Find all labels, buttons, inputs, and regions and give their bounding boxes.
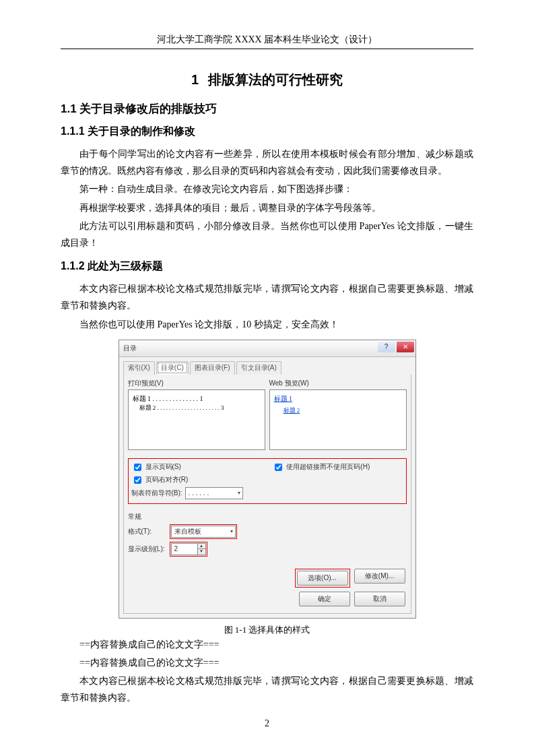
h1-text: 排版算法的可行性研究: [208, 72, 343, 87]
heading-2: 1.1 关于目录修改后的排版技巧: [61, 101, 473, 117]
tab-index[interactable]: 索引(X): [123, 361, 155, 375]
dialog-titlebar: 目录 ? ✕: [119, 340, 415, 357]
checkbox-input[interactable]: [134, 464, 141, 471]
checkbox-hyperlinks[interactable]: 使用超链接而不使用页码(H): [272, 462, 403, 473]
checkbox-label: 显示页码(S): [145, 462, 181, 472]
levels-value: 2: [174, 545, 178, 553]
checkbox-input[interactable]: [275, 464, 282, 471]
page-number: 2: [0, 718, 534, 729]
tab-toc[interactable]: 目录(C): [156, 361, 189, 375]
spinner-buttons[interactable]: ▲▼: [197, 544, 205, 555]
body-paragraph: 再根据学校要求，选择具体的项目；最后，调整目录的字体字号段落等。: [61, 199, 473, 216]
body-paragraph: 当然你也可以使用 PaperYes 论文排版，10 秒搞定，安全高效！: [61, 316, 473, 333]
toc-dialog: 目录 ? ✕ 索引(X) 目录(C) 图表目录(F) 引文目录(A) 打印预览(…: [119, 340, 416, 619]
dialog-figure: 目录 ? ✕ 索引(X) 目录(C) 图表目录(F) 引文目录(A) 打印预览(…: [61, 340, 473, 619]
web-preview-link[interactable]: 标题 2: [283, 406, 402, 415]
checkbox-input[interactable]: [134, 476, 141, 484]
toc-preview-line: 标题 1 . . . . . . . . . . . . . . 1: [133, 394, 261, 404]
levels-label: 显示级别(L):: [128, 544, 166, 554]
format-value: 来自模板: [174, 527, 201, 536]
toc-preview-line: 标题 2 . . . . . . . . . . . . . . . . . .…: [139, 404, 261, 412]
levels-highlight: 2 ▲▼: [170, 542, 207, 557]
options-highlight: 选项(O)...: [295, 569, 350, 588]
format-combo[interactable]: 来自模板: [171, 526, 236, 538]
tab-citations[interactable]: 引文目录(A): [236, 361, 281, 375]
body-paragraph: 本文内容已根据本校论文格式规范排版完毕，请撰写论文内容，根据自己需要更换标题、增…: [61, 280, 473, 314]
checkbox-show-pageno[interactable]: 显示页码(S): [131, 462, 269, 473]
body-paragraph: 由于每个同学写出的论文内容有一些差异，所以在使用本模板时候会有部分增加、减少标题…: [61, 146, 473, 179]
print-preview-box: 标题 1 . . . . . . . . . . . . . . 1 标题 2 …: [128, 389, 265, 450]
checkbox-label: 使用超链接而不使用页码(H): [286, 462, 370, 472]
leader-value: . . . . . .: [189, 489, 209, 497]
figure-caption: 图 1-1 选择具体的样式: [61, 624, 473, 636]
tab-figures[interactable]: 图表目录(F): [190, 361, 235, 375]
dialog-tabs: 索引(X) 目录(C) 图表目录(F) 引文目录(A): [119, 357, 415, 375]
body-paragraph: 第一种：自动生成目录。在修改完论文内容后，如下图选择步骤：: [61, 181, 473, 197]
format-highlight: 来自模板: [170, 524, 237, 539]
modify-button[interactable]: 修改(M)...: [354, 569, 405, 584]
leader-select[interactable]: . . . . . .: [185, 487, 243, 499]
general-group-label: 常规: [128, 512, 407, 522]
options-button[interactable]: 选项(O)...: [297, 571, 348, 586]
cancel-button[interactable]: 取消: [354, 592, 405, 606]
heading-3: 1.1.1 关于目录的制作和修改: [61, 125, 473, 139]
body-paragraph: ==内容替换成自己的论文文字===: [61, 654, 473, 671]
web-preview-link[interactable]: 标题 1: [274, 395, 293, 402]
web-preview-box: 标题 1 标题 2: [269, 389, 407, 450]
checkbox-right-align[interactable]: 页码右对齐(R): [131, 474, 269, 486]
ok-button[interactable]: 确定: [299, 592, 350, 606]
dialog-body: 打印预览(V) 标题 1 . . . . . . . . . . . . . .…: [123, 375, 411, 614]
help-icon[interactable]: ?: [378, 342, 395, 352]
heading-3: 1.1.2 此处为三级标题: [61, 259, 473, 274]
leader-label: 制表符前导符(B):: [131, 489, 182, 498]
levels-spinner[interactable]: 2 ▲▼: [171, 543, 206, 555]
print-preview-label: 打印预览(V): [128, 379, 265, 388]
checkbox-label: 页码右对齐(R): [145, 475, 189, 484]
body-paragraph: 本文内容已根据本校论文格式规范排版完毕，请撰写论文内容，根据自己需要更换标题、增…: [61, 672, 473, 706]
close-icon[interactable]: ✕: [397, 342, 414, 352]
highlighted-options: 显示页码(S) 页码右对齐(R) 制表符前导符(B): . . . . . .: [128, 458, 407, 504]
body-paragraph: ==内容替换成自己的论文文字===: [61, 636, 473, 653]
h1-number: 1: [191, 72, 199, 87]
dialog-title: 目录: [123, 344, 137, 353]
body-paragraph: 此方法可以引用标题和页码，小部分修改目录。当然你也可以使用 PaperYes 论…: [61, 218, 473, 251]
page-header: 河北大学工商学院 XXXX 届本科生毕业论文（设计）: [61, 34, 473, 49]
web-preview-label: Web 预览(W): [269, 379, 407, 388]
heading-1: 1排版算法的可行性研究: [61, 71, 473, 89]
format-label: 格式(T):: [128, 527, 166, 536]
